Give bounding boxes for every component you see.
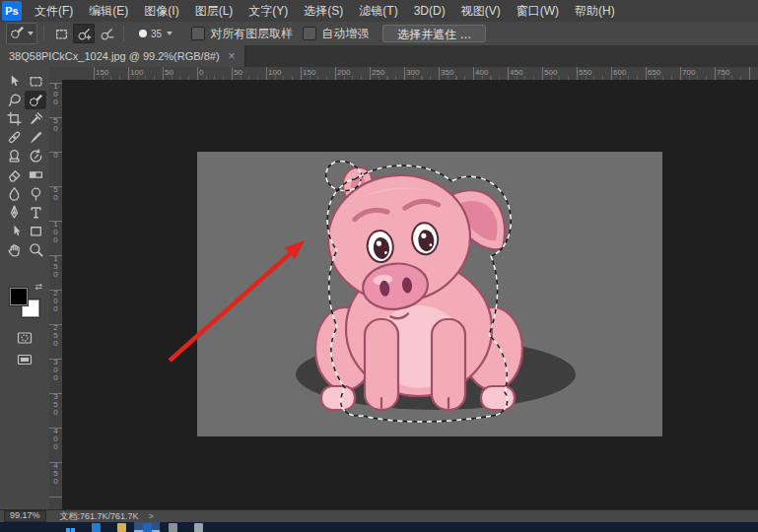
status-expander-icon[interactable]: >	[149, 511, 154, 521]
start-button[interactable]	[57, 522, 83, 532]
swap-colors-icon[interactable]	[34, 282, 42, 292]
clone-stamp-tool[interactable]	[3, 147, 25, 166]
ruler-top-label: 300	[404, 68, 419, 77]
menu-item-select[interactable]: 选择(S)	[296, 0, 351, 22]
zoom-level-field[interactable]: 99.17%	[4, 510, 46, 522]
shape-tool[interactable]	[25, 222, 46, 240]
menu-item-image[interactable]: 图像(I)	[136, 0, 186, 22]
viewer-icon[interactable]	[160, 522, 185, 532]
ruler-top-label: 100	[266, 68, 281, 77]
ruler-top-label: 650	[646, 68, 660, 77]
sample-all-layers-label[interactable]: 对所有图层取样	[210, 26, 293, 42]
photoshop-window: Ps 文件(F)编辑(E)图像(I)图层(L)文字(Y)选择(S)滤镜(T)3D…	[0, 0, 758, 532]
ruler-left-label: 200	[51, 290, 60, 313]
add-selection-icon[interactable]	[73, 24, 95, 43]
gradient-tool[interactable]	[25, 166, 46, 184]
screen-mode-button[interactable]	[0, 353, 49, 366]
quick-mask-button[interactable]	[0, 331, 49, 345]
document-size-info: 文档:761.7K/761.7K	[60, 510, 139, 523]
select-and-mask-button[interactable]: 选择并遮住 …	[382, 25, 486, 42]
auto-enhance-label[interactable]: 自动增强	[321, 26, 369, 42]
divider	[123, 26, 124, 41]
menu-item-filter[interactable]: 滤镜(T)	[351, 0, 405, 22]
brush-tool[interactable]	[25, 128, 46, 147]
chevron-down-icon	[28, 32, 34, 35]
ruler-top-label: 550	[577, 68, 591, 77]
windows-taskbar	[0, 522, 758, 532]
ruler-left-label: 50	[51, 117, 60, 133]
document-tab[interactable]: 38Q58PICkCx_1024.jpg @ 99.2%(RGB/8#) ×	[0, 45, 245, 67]
document-tab-bar: 38Q58PICkCx_1024.jpg @ 99.2%(RGB/8#) ×	[0, 45, 758, 67]
color-swatches	[10, 288, 39, 317]
close-icon[interactable]: ×	[229, 50, 236, 62]
ruler-top-label: 50	[232, 68, 242, 77]
screen-mode-icon	[17, 353, 33, 366]
menu-item-3d[interactable]: 3D(D)	[406, 0, 453, 22]
menu-items: 文件(F)编辑(E)图像(I)图层(L)文字(Y)选择(S)滤镜(T)3D(D)…	[27, 0, 623, 22]
sample-all-layers-checkbox[interactable]	[191, 27, 205, 40]
menu-item-edit[interactable]: 编辑(E)	[81, 0, 136, 22]
ruler-top-label: 400	[473, 68, 488, 77]
dodge-tool[interactable]	[25, 184, 46, 203]
ruler-top-label: 350	[439, 68, 453, 77]
hand-tool[interactable]	[3, 240, 25, 259]
lasso-tool[interactable]	[3, 91, 25, 109]
ruler-left-label: 0	[51, 152, 60, 160]
ruler-left-label: 400	[51, 428, 60, 451]
tool-preset-picker[interactable]	[6, 23, 37, 44]
brush-preview-icon	[139, 30, 147, 37]
eyedropper-tool[interactable]	[25, 109, 46, 128]
ruler-top-label: 700	[680, 68, 695, 77]
subtract-selection-icon[interactable]	[96, 24, 117, 43]
type-tool[interactable]	[25, 203, 46, 222]
ruler-left-label: 50	[51, 186, 60, 202]
ruler-top-label: 500	[542, 68, 557, 77]
chevron-down-icon	[167, 32, 172, 35]
ruler-top-label: 250	[370, 68, 384, 77]
brush-size-picker[interactable]: 35	[139, 29, 172, 39]
file-explorer-icon[interactable]	[108, 522, 134, 532]
new-selection-icon[interactable]	[50, 24, 72, 43]
eraser-tool[interactable]	[3, 166, 25, 184]
document-tab-title: 38Q58PICkCx_1024.jpg @ 99.2%(RGB/8#)	[9, 50, 220, 62]
ruler-left-label: 100	[51, 221, 60, 244]
status-bar: 99.17% 文档:761.7K/761.7K >	[0, 509, 758, 522]
ruler-top-label: 100	[128, 68, 143, 77]
menu-item-view[interactable]: 视图(V)	[453, 0, 509, 22]
selection-mode-buttons	[50, 24, 117, 43]
browser-icon[interactable]	[83, 522, 108, 532]
menu-item-help[interactable]: 帮助(H)	[567, 0, 623, 22]
horizontal-ruler[interactable]: 1501005005010015020025030035040045050055…	[49, 67, 758, 81]
menu-item-layer[interactable]: 图层(L)	[187, 0, 241, 22]
ruler-left-label: 450	[51, 462, 60, 486]
brush-size-value: 35	[151, 29, 162, 39]
ruler-top-label: 450	[508, 68, 522, 77]
menu-item-type[interactable]: 文字(Y)	[241, 0, 296, 22]
settings-icon[interactable]	[185, 522, 211, 532]
healing-brush-tool[interactable]	[3, 128, 25, 147]
ruler-top-label: 150	[94, 68, 108, 77]
move-tool[interactable]	[3, 72, 25, 91]
tool-options-bar: 35 对所有图层取样 自动增强 选择并遮住 …	[0, 22, 758, 46]
marquee-tool[interactable]	[25, 72, 46, 91]
zoom-tool[interactable]	[25, 240, 46, 259]
blur-tool[interactable]	[3, 184, 25, 203]
photoshop-logo: Ps	[2, 1, 22, 21]
menu-item-file[interactable]: 文件(F)	[27, 0, 81, 22]
quick-select-tool[interactable]	[25, 91, 46, 109]
history-brush-tool[interactable]	[25, 147, 46, 166]
auto-enhance-checkbox[interactable]	[303, 27, 316, 40]
foreground-color-swatch[interactable]	[10, 288, 28, 305]
document-image[interactable]	[197, 152, 662, 436]
ruler-left-label: 100	[51, 83, 60, 106]
ruler-top-label: 750	[715, 68, 729, 77]
vertical-ruler[interactable]: 10050050100150200250300350400450	[49, 80, 63, 510]
crop-tool[interactable]	[3, 109, 25, 128]
ruler-left-label: 300	[51, 359, 60, 382]
path-select-tool[interactable]	[3, 222, 25, 240]
menu-item-window[interactable]: 窗口(W)	[509, 0, 567, 22]
ruler-top-label: 600	[611, 68, 626, 77]
canvas-area[interactable]	[62, 80, 758, 510]
photoshop-icon[interactable]	[134, 522, 160, 532]
pen-tool[interactable]	[3, 203, 25, 222]
